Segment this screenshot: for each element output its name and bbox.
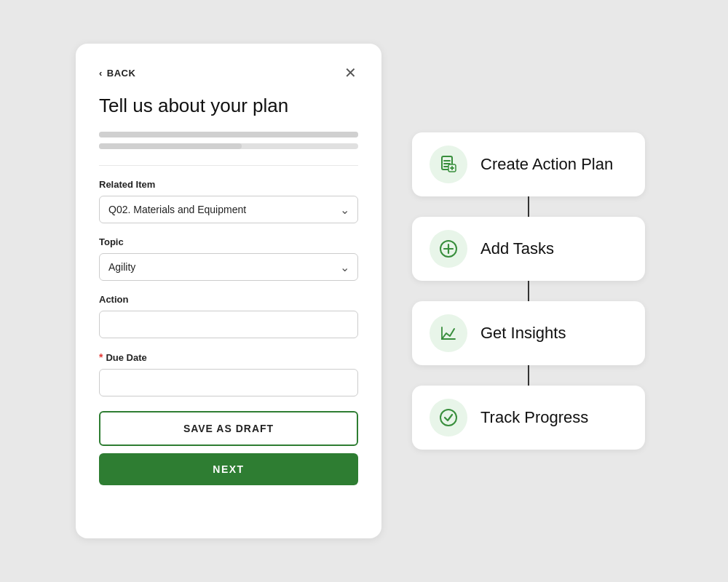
due-date-field: * Due Date	[99, 351, 358, 396]
required-star: *	[99, 351, 103, 363]
step-track-progress: Track Progress	[412, 386, 645, 450]
svg-point-12	[440, 410, 456, 426]
related-item-select[interactable]: Q02. Materials and Equipment Q01. Genera…	[99, 196, 358, 223]
steps-panel: Create Action Plan Add Tasks Get Insight…	[405, 132, 652, 450]
due-date-label: * Due Date	[99, 351, 358, 363]
step-get-insights: Get Insights	[412, 301, 645, 365]
next-button[interactable]: NEXT	[99, 453, 358, 485]
step-label-track-progress: Track Progress	[480, 408, 588, 427]
due-date-input[interactable]	[99, 369, 358, 396]
topic-select[interactable]: Agility Quality Safety Efficiency	[99, 253, 358, 281]
panel-header: ‹ BACK ✕	[99, 64, 358, 81]
progress-bar-1-fill	[99, 132, 358, 137]
topic-label: Topic	[99, 236, 358, 247]
close-icon: ✕	[344, 65, 357, 81]
related-item-label: Related Item	[99, 179, 358, 190]
document-icon	[438, 154, 459, 175]
progress-bars	[99, 132, 358, 149]
action-input[interactable]	[99, 311, 358, 338]
back-label: BACK	[107, 68, 136, 79]
step-icon-add	[430, 230, 467, 268]
step-create-action-plan: Create Action Plan	[412, 132, 645, 196]
save-draft-button[interactable]: SAVE AS DRAFT	[99, 411, 358, 446]
progress-bar-2	[99, 143, 358, 149]
page-title: Tell us about your plan	[99, 95, 358, 117]
step-icon-create	[430, 146, 467, 183]
step-icon-insights	[430, 314, 467, 352]
connector-3	[528, 365, 529, 386]
check-circle-icon	[438, 407, 459, 428]
plus-icon	[438, 239, 459, 259]
chevron-left-icon: ‹	[99, 68, 103, 79]
step-label-insights: Get Insights	[480, 324, 566, 343]
form-panel: ‹ BACK ✕ Tell us about your plan Related…	[76, 44, 381, 538]
topic-field: Topic Agility Quality Safety Efficiency …	[99, 236, 358, 281]
back-button[interactable]: ‹ BACK	[99, 68, 135, 79]
step-label-add-tasks: Add Tasks	[480, 239, 554, 258]
step-label-create: Create Action Plan	[480, 155, 613, 174]
connector-1	[528, 196, 529, 217]
topic-select-wrapper: Agility Quality Safety Efficiency ⌄	[99, 253, 358, 281]
progress-bar-2-fill	[99, 143, 242, 149]
progress-bar-1	[99, 132, 358, 137]
step-icon-track	[430, 399, 467, 436]
related-item-select-wrapper: Q02. Materials and Equipment Q01. Genera…	[99, 196, 358, 223]
related-item-field: Related Item Q02. Materials and Equipmen…	[99, 179, 358, 223]
chart-icon	[438, 323, 459, 343]
action-label: Action	[99, 294, 358, 305]
divider	[99, 165, 358, 166]
step-add-tasks: Add Tasks	[412, 217, 645, 281]
connector-2	[528, 281, 529, 301]
action-field: Action	[99, 294, 358, 338]
close-button[interactable]: ✕	[343, 64, 358, 81]
